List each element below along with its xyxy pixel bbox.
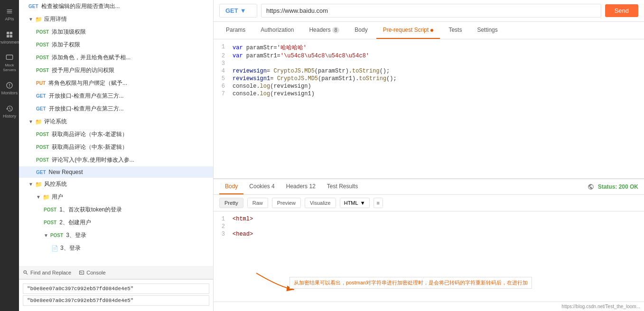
collections-panel: GET 检查被编辑的应用能否查询出... ▼ 📁 应用详情 POST 添加顶级权… — [19, 0, 214, 311]
find-replace-button[interactable]: Find and Replace — [23, 270, 71, 275]
chevron-icon: ▼ — [44, 233, 48, 238]
code-line: 2 var paramStr1='\u54c8\u54c8\u54c8\u54c… — [214, 52, 644, 60]
list-item[interactable]: POST 2、创建用户 — [19, 216, 213, 229]
format-visualize-button[interactable]: Visualize — [305, 198, 336, 208]
tab-authorization[interactable]: Authorization — [254, 22, 300, 39]
tab-settings[interactable]: Settings — [470, 22, 504, 39]
method-badge: POST — [44, 207, 56, 212]
list-item[interactable]: POST 添加角色，并且给角色赋予相... — [19, 51, 213, 64]
search-icon — [23, 270, 28, 275]
format-preview-button[interactable]: Preview — [272, 198, 301, 208]
method-selector[interactable]: GET ▼ — [219, 4, 257, 18]
method-badge: POST — [36, 29, 49, 35]
method-badge: GET — [28, 4, 38, 9]
globe-icon — [588, 183, 594, 190]
list-item[interactable]: GET 开放接口-检查用户在第三方... — [19, 90, 213, 102]
response-status: Status: 200 OK — [588, 183, 638, 190]
tab-pre-request-script[interactable]: Pre-request Script — [376, 22, 440, 39]
svg-rect-0 — [7, 32, 9, 34]
list-item[interactable]: GET 开放接口-检查用户在第三方... — [19, 102, 213, 115]
code-line: 7 console.log(reviewsign1) — [214, 90, 644, 98]
sidebar-item-environments[interactable]: Environments — [0, 27, 19, 48]
tab-tests[interactable]: Tests — [442, 22, 468, 39]
environments-icon — [6, 31, 13, 38]
response-area: Body Cookies 4 Headers 12 Test Results S… — [214, 178, 644, 302]
chevron-down-icon: ▼ — [240, 7, 246, 14]
console-line: "b0e8ee07a0c397c992eb57fd084de4e5" — [23, 284, 209, 294]
annotation-area: 从加密结果可以看出，postman对字符串进行加密处理时，是会将已转码的字符重新… — [242, 268, 532, 297]
list-item[interactable]: POST 添加顶级权限 — [19, 26, 213, 38]
format-pretty-button[interactable]: Pretty — [219, 198, 243, 208]
collections-list: GET 检查被编辑的应用能否查询出... ▼ 📁 应用详情 POST 添加顶级权… — [19, 0, 213, 266]
list-item[interactable]: POST 1、首次获取token的登录 — [19, 203, 213, 216]
console-icon — [79, 270, 84, 275]
svg-rect-3 — [10, 35, 12, 37]
sidebar-icons: APIs Environments Mock Servers Monitors … — [0, 0, 19, 311]
list-item[interactable]: POST 评论写入(中东,使用时修改入参... — [19, 154, 213, 166]
folder-item-risk[interactable]: ▼ 📁 风控系统 — [19, 178, 213, 191]
format-raw-button[interactable]: Raw — [247, 198, 268, 208]
url-input[interactable] — [261, 4, 601, 18]
chevron-icon: ▼ — [28, 119, 33, 124]
method-badge: GET — [36, 93, 46, 99]
list-item-new-request[interactable]: GET New Request — [19, 166, 213, 178]
folder-item-login[interactable]: ▼ POST 3、登录 — [19, 229, 213, 242]
list-item[interactable]: GET 检查被编辑的应用能否查询出... — [19, 0, 213, 13]
sidebar-item-mock-servers[interactable]: Mock Servers — [0, 50, 19, 76]
tab-params[interactable]: Params — [219, 22, 252, 39]
code-line: 3 — [214, 60, 644, 67]
svg-rect-4 — [6, 55, 12, 59]
method-badge: POST — [36, 132, 49, 137]
bottom-toolbar: Find and Replace Console — [19, 266, 213, 279]
chevron-down-icon: ▼ — [360, 200, 365, 206]
tab-test-results[interactable]: Test Results — [321, 179, 364, 194]
method-badge: POST — [36, 42, 49, 47]
method-badge: POST — [36, 157, 49, 163]
folder-item-comments[interactable]: ▼ 📁 评论系统 — [19, 115, 213, 128]
request-tabs: Params Authorization Headers8 Body Pre-r… — [214, 22, 644, 39]
tab-headers[interactable]: Headers8 — [302, 22, 346, 39]
svg-rect-1 — [10, 32, 12, 34]
url-status-bar: https://blog.csdn.net/Test_the_loom... — [214, 302, 644, 311]
tab-response-headers[interactable]: Headers 12 — [280, 179, 321, 194]
code-line: 6 console.log(reviewsign) — [214, 82, 644, 90]
method-badge: POST — [36, 145, 49, 150]
tab-body[interactable]: Body — [348, 22, 374, 39]
status-text: Status: 200 OK — [598, 183, 638, 190]
monitors-icon — [6, 82, 13, 89]
sidebar-item-history[interactable]: History — [0, 101, 19, 122]
method-badge: POST — [36, 55, 49, 60]
list-item[interactable]: POST 获取商品评论（中东-新逻辑） — [19, 141, 213, 154]
method-label: GET — [225, 7, 238, 14]
tab-response-cookies[interactable]: Cookies 4 — [243, 179, 280, 194]
folder-icon: 📁 — [35, 16, 42, 23]
console-button[interactable]: Console — [79, 270, 105, 275]
code-line: 2 — [214, 223, 644, 230]
folder-item-app-detail[interactable]: ▼ 📁 应用详情 — [19, 13, 213, 26]
console-output: "b0e8ee07a0c397c992eb57fd084de4e5" "b0e8… — [19, 279, 213, 311]
annotation-text: 从加密结果可以看出，postman对字符串进行加密处理时，是会将已转码的字符重新… — [289, 277, 532, 289]
method-badge: GET — [36, 170, 46, 175]
sidebar-item-apis[interactable]: APIs — [0, 4, 19, 25]
chevron-icon: ▼ — [28, 17, 33, 22]
list-item[interactable]: PUT 将角色权限与用户绑定（赋予... — [19, 77, 213, 90]
folder-icon: 📁 — [35, 181, 42, 188]
format-type-select[interactable]: HTML ▼ — [340, 198, 370, 208]
code-line: 3 <head> — [214, 230, 644, 238]
word-wrap-button[interactable]: ≡ — [373, 198, 383, 208]
list-item[interactable]: POST 授予用户应用的访问权限 — [19, 64, 213, 77]
list-item[interactable]: 📄 3、登录 — [19, 242, 213, 255]
response-tabs: Body Cookies 4 Headers 12 Test Results S… — [214, 179, 644, 195]
history-icon — [6, 105, 13, 112]
folder-item-user[interactable]: ▼ 📁 用户 — [19, 191, 213, 203]
list-item[interactable]: POST 获取商品评论（中东-老逻辑） — [19, 128, 213, 141]
mock-servers-icon — [6, 54, 13, 62]
sidebar-item-monitors[interactable]: Monitors — [0, 78, 19, 99]
apis-icon — [6, 8, 13, 15]
url-bar: GET ▼ Send — [214, 0, 644, 22]
main-content: GET ▼ Send Params Authorization Headers8… — [214, 0, 644, 311]
code-editor[interactable]: 1 var paramStr='哈哈哈哈' 2 var paramStr1='\… — [214, 39, 644, 178]
tab-response-body[interactable]: Body — [219, 179, 243, 194]
list-item[interactable]: POST 添加子权限 — [19, 38, 213, 51]
send-button[interactable]: Send — [605, 4, 638, 17]
